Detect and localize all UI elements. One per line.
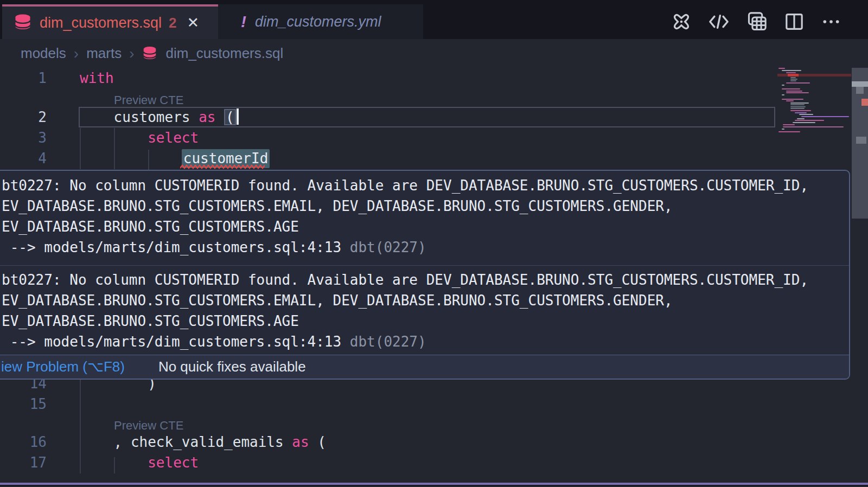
tab-dim-customers-sql[interactable]: dim_customers.sql 2 ✕ — [2, 4, 218, 39]
indent-guide — [148, 150, 149, 170]
minimap-line — [778, 68, 785, 69]
breadcrumb: models › marts › dim_customers.sql — [21, 39, 283, 68]
diagnostic-location: --> models/marts/dim_customers.sql:4:13 — [2, 334, 350, 350]
tab-dim-customers-yml[interactable]: ! dim_customers.yml — [218, 4, 423, 39]
minimap-line — [782, 94, 784, 95]
chevron-right-icon: › — [129, 45, 134, 62]
code-token: ( — [309, 434, 326, 450]
code-token: as — [199, 109, 215, 125]
breadcrumb-item-file[interactable]: dim_customers.sql — [165, 45, 283, 62]
editor-window: dim_customers.sql 2 ✕ ! dim_customers.ym… — [0, 0, 868, 487]
panel-divider — [0, 483, 868, 486]
error-squiggle-icon — [180, 164, 265, 170]
code-line-16[interactable]: 16, check_valid_emails as ( — [0, 432, 868, 452]
code-token: as — [292, 434, 309, 450]
no-quick-fixes-text: No quick fixes available — [158, 358, 306, 375]
error-hover-panel: bt0227: No column CUSTOMERID found. Avai… — [0, 170, 850, 380]
minimap-line — [786, 100, 794, 101]
code-token: customers — [114, 109, 199, 125]
line-number[interactable]: 15 — [0, 394, 47, 414]
diagnostic-location: --> models/marts/dim_customers.sql:4:13 — [2, 239, 350, 255]
minimap-line — [790, 102, 809, 104]
diagnostic-text-line: EV_DATABASE.BRUNO.STG_CUSTOMERS.AGE — [2, 216, 849, 237]
diagnostic-text-line: bt0227: No column CUSTOMERID found. Avai… — [2, 270, 849, 290]
scrollbar-mark — [856, 137, 866, 144]
code-token — [215, 109, 224, 125]
minimap-line — [795, 112, 807, 113]
scrollbar-mark — [856, 87, 864, 94]
query-results-table-icon[interactable] — [745, 10, 768, 33]
problems-count-badge: 2 — [169, 15, 176, 31]
breadcrumb-item-marts[interactable]: marts — [86, 45, 122, 62]
database-icon — [142, 46, 158, 62]
diagnostic-source: dbt(0227) — [350, 334, 426, 350]
matched-bracket: ( — [224, 109, 236, 125]
code-token: select — [148, 130, 199, 146]
minimap-line — [786, 72, 796, 73]
minimap-line — [778, 131, 800, 132]
code-token: select — [148, 454, 199, 471]
tab-bar: dim_customers.sql 2 ✕ ! dim_customers.ym… — [0, 0, 868, 39]
minimap-line — [783, 126, 844, 127]
minimap-line — [782, 99, 803, 100]
minimap-line — [790, 106, 806, 107]
chevron-right-icon: › — [74, 45, 79, 62]
minimap-line — [793, 122, 815, 123]
minimap-line — [790, 77, 796, 78]
minimap-line — [790, 104, 805, 105]
code-token: with — [80, 70, 114, 86]
minimap-line — [790, 80, 796, 81]
code-line-15[interactable]: 15 — [0, 394, 868, 414]
code-icon[interactable] — [707, 11, 730, 32]
database-icon — [13, 13, 33, 33]
diagnostic-text-line: EV_DATABASE.BRUNO.STG_CUSTOMERS.EMAIL, D… — [2, 290, 849, 311]
minimap-line — [782, 129, 784, 130]
scrollbar-error-mark — [861, 99, 868, 106]
tab-label: dim_customers.yml — [255, 14, 381, 30]
diagnostic-message: bt0227: No column CUSTOMERID found. Avai… — [0, 266, 849, 352]
diagnostic-message: bt0227: No column CUSTOMERID found. Avai… — [0, 171, 849, 258]
code-line-17[interactable]: 17select — [0, 452, 868, 473]
minimap-line — [790, 108, 805, 109]
minimap-line — [782, 88, 800, 89]
hover-status-bar: iew Problem (⌥F8) No quick fixes availab… — [0, 355, 849, 379]
minimap-line — [782, 85, 784, 86]
minimap[interactable] — [777, 65, 851, 168]
line-number[interactable]: 17 — [0, 452, 47, 473]
minimap-line — [797, 118, 805, 119]
text-cursor — [237, 108, 239, 125]
scrollbar-mark — [852, 81, 868, 87]
diagnostic-text-line: bt0227: No column CUSTOMERID found. Avai… — [2, 175, 849, 196]
indent-guide — [80, 128, 81, 169]
code-line-1[interactable]: 1with — [0, 68, 868, 88]
more-actions-icon[interactable] — [820, 11, 842, 33]
code-line-2[interactable]: 2customers as ( — [0, 107, 868, 127]
code-line-4[interactable]: 4customerId — [0, 148, 868, 169]
line-number[interactable]: 2 — [0, 107, 47, 127]
minimap-line — [790, 79, 797, 80]
code-line-3[interactable]: 3select — [0, 127, 868, 148]
indent-guide — [114, 128, 115, 169]
diagnostic-source: dbt(0227) — [350, 239, 426, 255]
code-token: , check_valid_emails — [114, 434, 292, 450]
minimap-line — [782, 70, 801, 71]
codelens-preview-cte[interactable]: Preview CTE — [114, 92, 183, 108]
split-editor-icon[interactable] — [783, 11, 805, 33]
line-number[interactable]: 3 — [0, 127, 47, 148]
minimap-line — [795, 120, 824, 121]
diagnostic-text-line: EV_DATABASE.BRUNO.STG_CUSTOMERS.EMAIL, D… — [2, 196, 849, 216]
view-problem-link[interactable]: iew Problem (⌥F8) — [1, 358, 125, 375]
warning-icon: ! — [241, 12, 246, 31]
line-number[interactable]: 4 — [0, 148, 47, 169]
close-icon[interactable]: ✕ — [187, 14, 200, 31]
line-number[interactable]: 1 — [0, 68, 47, 88]
minimap-line — [786, 82, 810, 84]
editor-actions — [671, 10, 842, 34]
minimap-error-token — [788, 74, 799, 76]
breadcrumb-item-models[interactable]: models — [21, 45, 66, 62]
dbt-logo-icon[interactable] — [671, 11, 692, 33]
line-number[interactable]: 16 — [0, 432, 47, 452]
minimap-line — [786, 91, 802, 92]
diagnostic-text-line: EV_DATABASE.BRUNO.STG_CUSTOMERS.AGE — [2, 311, 849, 331]
tab-label: dim_customers.sql — [40, 15, 162, 31]
